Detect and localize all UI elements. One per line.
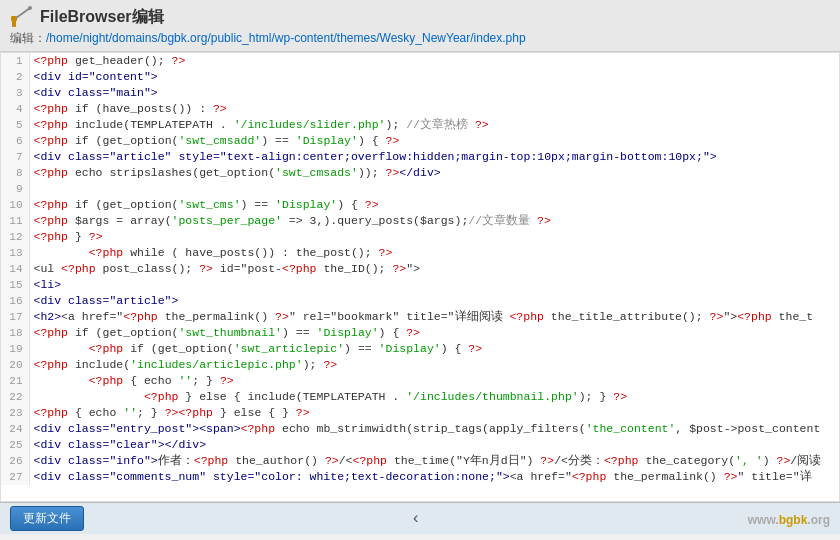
table-row: 26<div class="info">作者：<?php the_author(… bbox=[1, 453, 839, 469]
filepath-link[interactable]: /home/night/domains/bgbk.org/public_html… bbox=[46, 31, 526, 45]
line-code: <?php if (get_option('swt_cmsadd') == 'D… bbox=[29, 133, 839, 149]
svg-point-3 bbox=[28, 6, 32, 10]
editor-container[interactable]: 1<?php get_header(); ?>2<div id="content… bbox=[0, 52, 840, 502]
line-code: <?php } else { include(TEMPLATEPATH . '/… bbox=[29, 389, 839, 405]
table-row: 1<?php get_header(); ?> bbox=[1, 53, 839, 69]
line-number: 15 bbox=[1, 277, 29, 293]
line-number: 27 bbox=[1, 469, 29, 485]
line-number: 12 bbox=[1, 229, 29, 245]
line-number: 14 bbox=[1, 261, 29, 277]
table-row: 20<?php include('includes/articlepic.php… bbox=[1, 357, 839, 373]
line-number: 8 bbox=[1, 165, 29, 181]
table-row: 10<?php if (get_option('swt_cms') == 'Di… bbox=[1, 197, 839, 213]
title-row: FileBrowser编辑 bbox=[10, 6, 830, 28]
scroll-left-area: ‹ bbox=[411, 510, 421, 528]
table-row: 23<?php { echo ''; } ?><?php } else { } … bbox=[1, 405, 839, 421]
table-row: 7<div class="article" style="text-align:… bbox=[1, 149, 839, 165]
update-file-button[interactable]: 更新文件 bbox=[10, 506, 84, 531]
table-row: 21 <?php { echo ''; } ?> bbox=[1, 373, 839, 389]
line-code: <div class="clear"></div> bbox=[29, 437, 839, 453]
line-number: 20 bbox=[1, 357, 29, 373]
line-code: <?php { echo ''; } ?><?php } else { } ?> bbox=[29, 405, 839, 421]
table-row: 14<ul <?php post_class(); ?> id="post-<?… bbox=[1, 261, 839, 277]
edit-path: 编辑：/home/night/domains/bgbk.org/public_h… bbox=[10, 30, 830, 47]
code-table: 1<?php get_header(); ?>2<div id="content… bbox=[1, 53, 839, 485]
line-number: 23 bbox=[1, 405, 29, 421]
line-code: <div class="comments_num" style="color: … bbox=[29, 469, 839, 485]
line-code: <ul <?php post_class(); ?> id="post-<?ph… bbox=[29, 261, 839, 277]
table-row: 17<h2><a href="<?php the_permalink() ?>"… bbox=[1, 309, 839, 325]
line-number: 18 bbox=[1, 325, 29, 341]
line-code: <div class="info">作者：<?php the_author() … bbox=[29, 453, 839, 469]
table-row: 3<div class="main"> bbox=[1, 85, 839, 101]
line-number: 21 bbox=[1, 373, 29, 389]
line-code: <?php } ?> bbox=[29, 229, 839, 245]
line-code: <?php if (get_option('swt_thumbnail') ==… bbox=[29, 325, 839, 341]
line-number: 19 bbox=[1, 341, 29, 357]
line-number: 1 bbox=[1, 53, 29, 69]
line-code: <?php { echo ''; } ?> bbox=[29, 373, 839, 389]
footer: 更新文件 ‹ www.bgbk.org bbox=[0, 502, 840, 534]
table-row: 13 <?php while ( have_posts()) : the_pos… bbox=[1, 245, 839, 261]
line-code: <li> bbox=[29, 277, 839, 293]
line-code: <?php include('includes/articlepic.php')… bbox=[29, 357, 839, 373]
table-row: 9 bbox=[1, 181, 839, 197]
scroll-left-icon: ‹ bbox=[411, 510, 421, 528]
line-code: <div id="content"> bbox=[29, 69, 839, 85]
line-number: 22 bbox=[1, 389, 29, 405]
table-row: 15<li> bbox=[1, 277, 839, 293]
line-code bbox=[29, 181, 839, 197]
watermark: www.bgbk.org bbox=[748, 511, 830, 527]
table-row: 8<?php echo stripslashes(get_option('swt… bbox=[1, 165, 839, 181]
line-code: <?php $args = array('posts_per_page' => … bbox=[29, 213, 839, 229]
line-code: <?php echo stripslashes(get_option('swt_… bbox=[29, 165, 839, 181]
line-number: 13 bbox=[1, 245, 29, 261]
edit-label: 编辑： bbox=[10, 31, 46, 45]
table-row: 2<div id="content"> bbox=[1, 69, 839, 85]
line-code: <div class="entry_post"><span><?php echo… bbox=[29, 421, 839, 437]
line-number: 3 bbox=[1, 85, 29, 101]
table-row: 27<div class="comments_num" style="color… bbox=[1, 469, 839, 485]
line-code: <div class="article" style="text-align:c… bbox=[29, 149, 839, 165]
line-number: 26 bbox=[1, 453, 29, 469]
line-code: <div class="article"> bbox=[29, 293, 839, 309]
line-number: 6 bbox=[1, 133, 29, 149]
line-number: 5 bbox=[1, 117, 29, 133]
header: FileBrowser编辑 编辑：/home/night/domains/bgb… bbox=[0, 0, 840, 52]
line-number: 24 bbox=[1, 421, 29, 437]
table-row: 12<?php } ?> bbox=[1, 229, 839, 245]
table-row: 6<?php if (get_option('swt_cmsadd') == '… bbox=[1, 133, 839, 149]
line-code: <h2><a href="<?php the_permalink() ?>" r… bbox=[29, 309, 839, 325]
filebrowser-icon bbox=[10, 6, 32, 28]
line-code: <?php if (have_posts()) : ?> bbox=[29, 101, 839, 117]
page-title: FileBrowser编辑 bbox=[40, 7, 164, 28]
line-number: 2 bbox=[1, 69, 29, 85]
table-row: 24<div class="entry_post"><span><?php ec… bbox=[1, 421, 839, 437]
table-row: 25<div class="clear"></div> bbox=[1, 437, 839, 453]
svg-rect-0 bbox=[12, 20, 16, 27]
table-row: 19 <?php if (get_option('swt_articlepic'… bbox=[1, 341, 839, 357]
code-body: 1<?php get_header(); ?>2<div id="content… bbox=[1, 53, 839, 485]
line-code: <?php while ( have_posts()) : the_post()… bbox=[29, 245, 839, 261]
table-row: 4<?php if (have_posts()) : ?> bbox=[1, 101, 839, 117]
line-number: 10 bbox=[1, 197, 29, 213]
line-number: 25 bbox=[1, 437, 29, 453]
line-number: 11 bbox=[1, 213, 29, 229]
table-row: 11<?php $args = array('posts_per_page' =… bbox=[1, 213, 839, 229]
table-row: 16<div class="article"> bbox=[1, 293, 839, 309]
line-code: <div class="main"> bbox=[29, 85, 839, 101]
line-number: 17 bbox=[1, 309, 29, 325]
line-code: <?php get_header(); ?> bbox=[29, 53, 839, 69]
line-code: <?php if (get_option('swt_cms') == 'Disp… bbox=[29, 197, 839, 213]
line-code: <?php if (get_option('swt_articlepic') =… bbox=[29, 341, 839, 357]
line-number: 4 bbox=[1, 101, 29, 117]
table-row: 22 <?php } else { include(TEMPLATEPATH .… bbox=[1, 389, 839, 405]
line-code: <?php include(TEMPLATEPATH . '/includes/… bbox=[29, 117, 839, 133]
line-number: 9 bbox=[1, 181, 29, 197]
svg-line-2 bbox=[16, 8, 30, 18]
table-row: 5<?php include(TEMPLATEPATH . '/includes… bbox=[1, 117, 839, 133]
table-row: 18<?php if (get_option('swt_thumbnail') … bbox=[1, 325, 839, 341]
line-number: 16 bbox=[1, 293, 29, 309]
line-number: 7 bbox=[1, 149, 29, 165]
